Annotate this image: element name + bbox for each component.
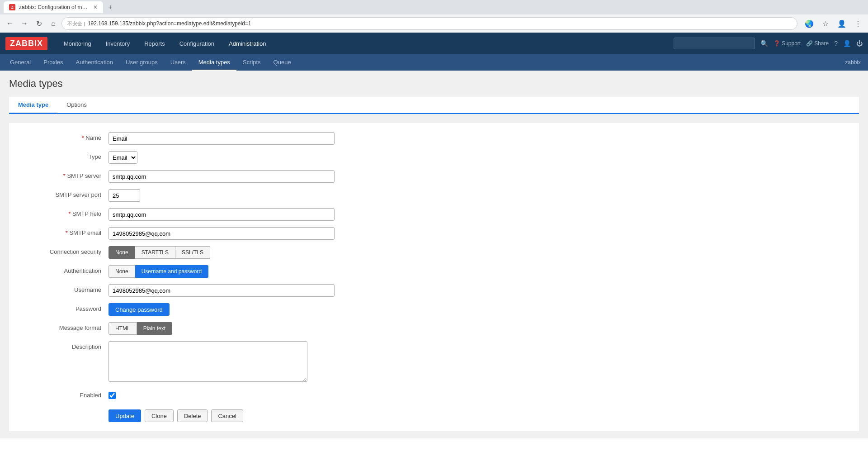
current-user: zabbix [845, 59, 864, 66]
message-format-html[interactable]: HTML [108, 322, 137, 335]
smtp-email-row: SMTP email [18, 227, 850, 240]
change-password-button[interactable]: Change password [108, 303, 170, 316]
description-field [108, 341, 335, 383]
subnav-media-types[interactable]: Media types [192, 54, 236, 71]
clone-button[interactable]: Clone [145, 409, 174, 422]
profile-button[interactable]: 👤 [835, 17, 848, 30]
type-label: Type [18, 151, 108, 160]
nav-inventory[interactable]: Inventory [99, 33, 137, 54]
address-bar[interactable]: 不安全 | 192.168.159.135/zabbix.php?action=… [61, 17, 797, 30]
tab-media-type[interactable]: Media type [9, 97, 57, 114]
auth-label: Authentication [18, 265, 108, 274]
auth-none[interactable]: None [108, 265, 135, 278]
user-icon[interactable]: 👤 [843, 40, 851, 47]
share-link[interactable]: 🔗 Share [806, 40, 829, 47]
security-indicator: 不安全 | [67, 20, 85, 27]
smtp-email-input[interactable] [108, 227, 335, 240]
search-input[interactable] [674, 38, 755, 49]
subnav-scripts[interactable]: Scripts [236, 54, 267, 71]
smtp-server-field [108, 170, 335, 183]
subnav-users[interactable]: Users [164, 54, 192, 71]
message-format-plain[interactable]: Plain text [137, 322, 172, 335]
subnav-queue[interactable]: Queue [267, 54, 297, 71]
delete-button[interactable]: Delete [177, 409, 208, 422]
tab-title: zabbix: Configuration of medi... [19, 4, 88, 10]
type-row: Type Email SMS Script [18, 151, 850, 164]
page-content: Media types Media type Options Name Type… [0, 71, 868, 438]
conn-security-ssltls[interactable]: SSL/TLS [175, 246, 210, 259]
name-row: Name [18, 132, 850, 145]
message-format-field: HTML Plain text [108, 322, 335, 335]
zabbix-logo: ZABBIX [5, 37, 47, 50]
username-input[interactable] [108, 284, 335, 297]
form-tabs: Media type Options [9, 97, 859, 114]
name-field [108, 132, 335, 145]
enabled-label: Enabled [18, 390, 108, 399]
conn-security-starttls[interactable]: STARTTLS [135, 246, 175, 259]
password-row: Password Change password [18, 303, 850, 316]
smtp-server-label: SMTP server [18, 170, 108, 179]
password-label: Password [18, 303, 108, 312]
translate-button[interactable]: 🌏 [803, 17, 816, 30]
smtp-server-row: SMTP server [18, 170, 850, 183]
conn-security-none[interactable]: None [108, 246, 135, 259]
share-icon: 🔗 [806, 40, 813, 47]
subnav-general[interactable]: General [4, 54, 37, 71]
tab-favicon: Z [9, 4, 15, 10]
message-format-group: HTML Plain text [108, 322, 335, 335]
top-nav-right: 🔍 ❓ Support 🔗 Share ? 👤 ⏻ [674, 38, 863, 49]
type-field: Email SMS Script [108, 151, 335, 164]
form-actions: Update Clone Delete Cancel [18, 409, 850, 422]
smtp-server-input[interactable] [108, 170, 335, 183]
logout-button[interactable]: ⏻ [856, 40, 863, 47]
description-label: Description [18, 341, 108, 350]
help-button[interactable]: ? [834, 40, 838, 47]
subnav-authentication[interactable]: Authentication [70, 54, 119, 71]
name-input[interactable] [108, 132, 335, 145]
cancel-button[interactable]: Cancel [211, 409, 243, 422]
home-button[interactable]: ⌂ [47, 17, 60, 30]
tab-close-button[interactable]: ✕ [93, 4, 98, 10]
password-field: Change password [108, 303, 335, 316]
smtp-port-row: SMTP server port [18, 189, 850, 202]
auth-row: Authentication None Username and passwor… [18, 265, 850, 278]
smtp-email-label: SMTP email [18, 227, 108, 236]
auth-field: None Username and password [108, 265, 335, 278]
tab-options[interactable]: Options [57, 97, 96, 114]
sub-navigation: General Proxies Authentication User grou… [0, 54, 868, 71]
new-tab-button[interactable]: + [105, 2, 116, 13]
search-icon[interactable]: 🔍 [760, 40, 768, 47]
form-container: Name Type Email SMS Script SMTP ser [9, 123, 859, 431]
description-textarea[interactable] [108, 341, 307, 382]
type-select[interactable]: Email SMS Script [108, 151, 137, 164]
forward-button[interactable]: → [18, 17, 31, 30]
nav-reports[interactable]: Reports [137, 33, 172, 54]
nav-configuration[interactable]: Configuration [172, 33, 222, 54]
name-label: Name [18, 132, 108, 141]
conn-security-row: Connection security None STARTTLS SSL/TL… [18, 246, 850, 259]
username-row: Username [18, 284, 850, 297]
auth-username-password[interactable]: Username and password [135, 265, 208, 278]
back-button[interactable]: ← [4, 17, 16, 30]
auth-group: None Username and password [108, 265, 335, 278]
smtp-helo-input[interactable] [108, 208, 335, 221]
reload-button[interactable]: ↻ [33, 17, 45, 30]
conn-security-group: None STARTTLS SSL/TLS [108, 246, 335, 259]
subnav-user-groups[interactable]: User groups [119, 54, 164, 71]
subnav-proxies[interactable]: Proxies [37, 54, 69, 71]
browser-tab[interactable]: Z zabbix: Configuration of medi... ✕ [4, 1, 103, 13]
top-navigation: ZABBIX Monitoring Inventory Reports Conf… [0, 33, 868, 54]
smtp-port-label: SMTP server port [18, 189, 108, 198]
message-format-row: Message format HTML Plain text [18, 322, 850, 335]
conn-security-label: Connection security [18, 246, 108, 255]
smtp-port-input[interactable] [108, 189, 140, 202]
update-button[interactable]: Update [108, 409, 141, 422]
enabled-field [108, 390, 335, 400]
menu-button[interactable]: ⋮ [852, 17, 864, 30]
enabled-checkbox[interactable] [108, 392, 116, 399]
bookmark-button[interactable]: ☆ [819, 17, 832, 30]
smtp-email-field [108, 227, 335, 240]
nav-monitoring[interactable]: Monitoring [57, 33, 99, 54]
support-link[interactable]: ❓ Support [774, 40, 801, 47]
nav-administration[interactable]: Administration [222, 33, 273, 54]
